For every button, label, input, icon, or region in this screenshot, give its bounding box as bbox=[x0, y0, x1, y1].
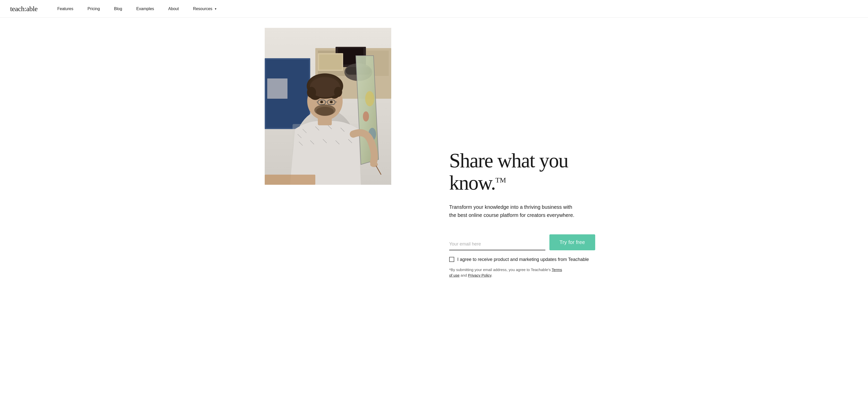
svg-rect-49 bbox=[265, 175, 315, 185]
nav-about[interactable]: About bbox=[161, 0, 186, 18]
hero-title-line1: Share what you bbox=[449, 149, 568, 171]
svg-point-46 bbox=[316, 107, 334, 116]
fine-print: *By submitting your email address, you a… bbox=[449, 267, 566, 278]
hero-image-svg bbox=[265, 28, 391, 185]
svg-rect-10 bbox=[319, 55, 342, 70]
svg-point-36 bbox=[307, 87, 316, 98]
svg-point-16 bbox=[363, 112, 369, 122]
consent-label: I agree to receive product and marketing… bbox=[457, 256, 589, 263]
email-input[interactable] bbox=[449, 241, 545, 248]
svg-point-37 bbox=[334, 87, 342, 97]
fine-print-before: *By submitting your email address, you a… bbox=[449, 267, 552, 272]
svg-point-43 bbox=[320, 101, 323, 103]
logo[interactable]: teach:able bbox=[10, 5, 37, 13]
hero-title: Share what you know.TM bbox=[449, 149, 621, 194]
email-form: Try for free bbox=[449, 234, 621, 250]
nav-features[interactable]: Features bbox=[50, 0, 80, 18]
hero-title-line2: know. bbox=[449, 171, 495, 194]
hero-image-section bbox=[217, 18, 434, 410]
nav-resources[interactable]: Resources ▾ bbox=[186, 0, 223, 18]
hero-title-tm: TM bbox=[495, 177, 506, 184]
fine-print-mid: and bbox=[460, 273, 468, 277]
resources-dropdown-icon: ▾ bbox=[215, 7, 216, 11]
svg-point-44 bbox=[330, 101, 333, 103]
nav-pricing[interactable]: Pricing bbox=[81, 0, 107, 18]
fine-print-end: . bbox=[491, 273, 492, 277]
main-nav: Features Pricing Blog Examples About Res… bbox=[50, 0, 858, 18]
svg-point-15 bbox=[365, 91, 374, 106]
hero-image bbox=[265, 28, 391, 185]
consent-checkbox[interactable] bbox=[449, 257, 454, 262]
header: teach:able Features Pricing Blog Example… bbox=[0, 0, 868, 18]
nav-examples[interactable]: Examples bbox=[129, 0, 161, 18]
privacy-link[interactable]: Privacy Policy bbox=[468, 273, 491, 277]
try-for-free-button[interactable]: Try for free bbox=[549, 234, 595, 250]
logo-text: teach:able bbox=[10, 5, 37, 13]
main-content: Share what you know.TM Transform your kn… bbox=[217, 18, 651, 410]
hero-subtitle: Transform your knowledge into a thriving… bbox=[449, 203, 576, 219]
hero-text-section: Share what you know.TM Transform your kn… bbox=[434, 18, 651, 410]
email-input-wrapper bbox=[449, 241, 545, 250]
consent-row: I agree to receive product and marketing… bbox=[449, 256, 621, 263]
nav-blog[interactable]: Blog bbox=[107, 0, 129, 18]
svg-rect-3 bbox=[267, 78, 287, 99]
